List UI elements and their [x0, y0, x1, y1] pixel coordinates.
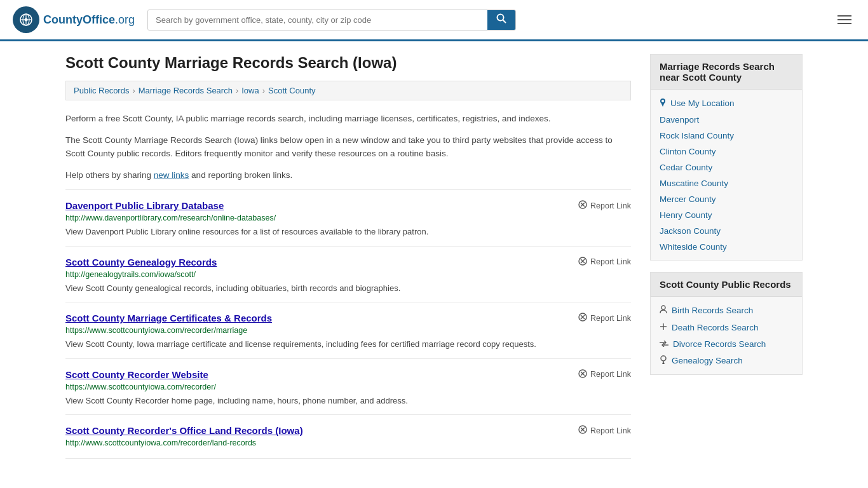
report-icon	[578, 257, 587, 268]
sidebar: Marriage Records Search near Scott Count…	[650, 54, 803, 459]
nearby-link[interactable]: Davenport	[660, 115, 699, 125]
search-button[interactable]	[487, 10, 515, 30]
nearby-link[interactable]: Rock Island County	[660, 131, 734, 140]
breadcrumb-scott-county[interactable]: Scott County	[268, 86, 315, 95]
nearby-link[interactable]: Muscatine County	[660, 179, 728, 188]
public-record-link[interactable]: Death Records Search	[672, 323, 759, 332]
public-record-link[interactable]: Birth Records Search	[672, 306, 753, 315]
breadcrumb-sep-3: ›	[262, 86, 265, 95]
result-item: Scott County Recorder's Office Land Reco…	[65, 414, 631, 459]
report-icon	[578, 425, 587, 436]
logo-link[interactable]: CountyOffice.org	[13, 6, 135, 33]
report-label: Report Link	[590, 426, 631, 435]
result-item: Scott County Marriage Certificates & Rec…	[65, 302, 631, 358]
menu-line-3	[837, 23, 851, 24]
arrows-icon	[660, 339, 668, 349]
nearby-list-item: Use My Location	[651, 95, 802, 112]
public-records-list-item: Birth Records Search	[651, 302, 802, 319]
breadcrumb-marriage-records[interactable]: Marriage Records Search	[139, 86, 233, 95]
nearby-link[interactable]: Whiteside County	[660, 242, 727, 252]
svg-marker-24	[661, 102, 665, 107]
search-input[interactable]	[148, 10, 487, 30]
nearby-list-item: Rock Island County	[651, 128, 802, 144]
nearby-list-item: Clinton County	[651, 144, 802, 159]
nearby-link[interactable]: Henry County	[660, 210, 712, 220]
result-description: View Scott County, Iowa marriage certifi…	[65, 338, 631, 351]
result-url[interactable]: https://www.scottcountyiowa.com/recorder…	[65, 383, 631, 391]
nearby-link[interactable]: Use My Location	[670, 98, 735, 108]
nearby-list-item: Jackson County	[651, 223, 802, 239]
result-description: View Scott County genealogical records, …	[65, 282, 631, 295]
breadcrumb-sep-2: ›	[236, 86, 238, 95]
report-link-button[interactable]: Report Link	[578, 313, 631, 323]
svg-point-33	[663, 363, 664, 364]
public-records-list-item: Genealogy Search	[651, 352, 802, 369]
nearby-list-item: Davenport	[651, 112, 802, 128]
breadcrumb-iowa[interactable]: Iowa	[241, 86, 259, 95]
breadcrumb-public-records[interactable]: Public Records	[74, 86, 129, 95]
page-wrap: Scott County Marriage Records Search (Io…	[53, 41, 815, 471]
result-url[interactable]: http://www.scottcountyiowa.com/recorder/…	[65, 438, 631, 447]
result-url[interactable]: http://genealogytrails.com/iowa/scott/	[65, 270, 631, 279]
report-icon	[578, 369, 587, 380]
menu-line-2	[837, 19, 851, 20]
report-icon	[578, 313, 587, 323]
breadcrumb-sep-1: ›	[132, 86, 135, 95]
report-link-button[interactable]: Report Link	[578, 257, 631, 268]
result-item: Davenport Public Library Database Report…	[65, 189, 631, 246]
public-records-section: Scott County Public Records Birth Record…	[650, 272, 803, 375]
result-title[interactable]: Scott County Marriage Certificates & Rec…	[65, 313, 272, 323]
page-title: Scott County Marriage Records Search (Io…	[65, 54, 631, 72]
svg-point-6	[498, 15, 504, 21]
result-url[interactable]: https://www.scottcountyiowa.com/recorder…	[65, 326, 631, 335]
description-2: The Scott County Marriage Records Search…	[65, 133, 631, 161]
location-pin-icon	[660, 98, 666, 109]
report-link-button[interactable]: Report Link	[578, 200, 631, 211]
nearby-list-item: Mercer County	[651, 191, 802, 207]
public-record-link[interactable]: Genealogy Search	[672, 356, 743, 365]
report-link-button[interactable]: Report Link	[578, 369, 631, 380]
menu-line-1	[837, 15, 851, 17]
search-bar	[147, 10, 516, 30]
desc3-before: Help others by sharing	[65, 170, 154, 180]
svg-point-31	[661, 356, 666, 361]
nearby-link[interactable]: Cedar County	[660, 163, 712, 172]
result-item: Scott County Recorder Website Report Lin…	[65, 358, 631, 415]
logo-text: CountyOffice.org	[43, 13, 135, 27]
nearby-list: Use My LocationDavenportRock Island Coun…	[651, 90, 802, 260]
public-record-link[interactable]: Divorce Records Search	[673, 339, 766, 349]
nearby-link[interactable]: Mercer County	[660, 194, 716, 204]
result-item: Scott County Genealogy Records Report Li…	[65, 246, 631, 302]
result-description: View Scott County Recorder home page, in…	[65, 395, 631, 407]
result-url[interactable]: http://www.davenportlibrary.com/research…	[65, 214, 631, 222]
nearby-link[interactable]: Clinton County	[660, 147, 716, 156]
result-title[interactable]: Scott County Recorder's Office Land Reco…	[65, 425, 303, 436]
nearby-list-item: Henry County	[651, 207, 802, 223]
result-title[interactable]: Scott County Recorder Website	[65, 369, 208, 380]
cross-icon	[660, 322, 667, 332]
breadcrumb: Public Records › Marriage Records Search…	[65, 81, 631, 100]
result-title[interactable]: Scott County Genealogy Records	[65, 257, 217, 268]
results-list: Davenport Public Library Database Report…	[65, 189, 631, 459]
report-icon	[578, 200, 587, 211]
description-1: Perform a free Scott County, IA public m…	[65, 112, 631, 126]
nearby-list-item: Whiteside County	[651, 239, 802, 255]
description-3: Help others by sharing new links and rep…	[65, 168, 631, 182]
desc3-after: and reporting broken links.	[189, 170, 292, 180]
report-label: Report Link	[590, 257, 631, 266]
q-icon	[660, 355, 667, 366]
report-label: Report Link	[590, 201, 631, 210]
hamburger-menu-button[interactable]	[834, 11, 855, 28]
new-links-link[interactable]: new links	[154, 170, 189, 180]
result-title[interactable]: Davenport Public Library Database	[65, 200, 224, 211]
main-content: Scott County Marriage Records Search (Io…	[65, 54, 631, 459]
person-icon	[660, 305, 667, 316]
report-link-button[interactable]: Report Link	[578, 425, 631, 436]
nearby-section: Marriage Records Search near Scott Count…	[650, 54, 803, 261]
nearby-link[interactable]: Jackson County	[660, 226, 721, 236]
public-records-list-item: Death Records Search	[651, 319, 802, 336]
report-label: Report Link	[590, 370, 631, 379]
public-records-title: Scott County Public Records	[651, 273, 802, 297]
svg-point-25	[661, 100, 664, 102]
public-records-list: Birth Records SearchDeath Records Search…	[651, 297, 802, 374]
